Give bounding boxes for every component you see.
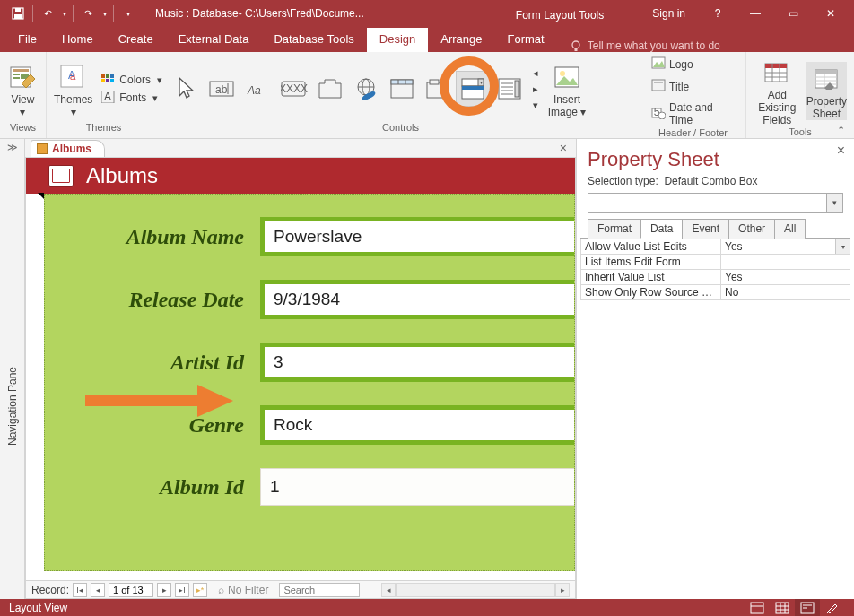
minimize-icon[interactable]: —: [737, 0, 773, 27]
date-time-button[interactable]: 5Date and Time: [648, 100, 738, 127]
button-control-icon[interactable]: XXXX: [276, 71, 312, 107]
property-sheet-close-icon[interactable]: ×: [837, 143, 845, 159]
navigation-control-icon[interactable]: [384, 71, 420, 107]
property-tab-data[interactable]: Data: [640, 219, 683, 239]
property-tab-format[interactable]: Format: [588, 219, 641, 239]
controls-row-prev-icon[interactable]: ◂: [531, 65, 540, 81]
object-selector-dropdown[interactable]: ▾: [588, 193, 843, 213]
title-bar: ↶ ▾ ↷ ▾ ▾ Music : Database- C:\Users\Fre…: [0, 0, 854, 27]
title-button[interactable]: Title: [648, 78, 738, 95]
option-group-control-icon[interactable]: [420, 71, 456, 107]
controls-row-next-icon[interactable]: ▸: [531, 82, 540, 97]
open-shutter-icon[interactable]: ≫: [0, 139, 24, 156]
scroll-track[interactable]: [396, 583, 555, 597]
tab-format[interactable]: Format: [495, 28, 557, 52]
design-view-icon[interactable]: [820, 599, 845, 616]
scroll-left-icon[interactable]: ◂: [381, 583, 396, 597]
document-tab-albums[interactable]: Albums: [30, 140, 105, 157]
svg-rect-51: [652, 80, 665, 91]
filter-icon[interactable]: ⌕: [218, 584, 224, 596]
svg-rect-47: [515, 81, 519, 97]
property-name[interactable]: Inherit Value List: [581, 270, 721, 285]
sign-in-link[interactable]: Sign in: [640, 7, 698, 20]
tab-control-icon[interactable]: [312, 71, 348, 107]
controls-more-icon[interactable]: ▾: [531, 98, 540, 113]
record-position-input[interactable]: [109, 583, 153, 597]
tab-create[interactable]: Create: [106, 28, 166, 52]
collapse-ribbon-icon[interactable]: ⌃: [837, 125, 845, 136]
qat-customize-icon[interactable]: ▾: [118, 3, 139, 24]
group-themes-label: Themes: [54, 122, 153, 138]
property-value[interactable]: [721, 255, 850, 270]
tab-home[interactable]: Home: [49, 28, 106, 52]
property-name[interactable]: Show Only Row Source Values: [581, 285, 721, 300]
scroll-right-icon[interactable]: ▸: [555, 583, 570, 597]
search-input[interactable]: [279, 583, 360, 597]
horizontal-scrollbar[interactable]: ◂ ▸: [381, 583, 570, 597]
property-name[interactable]: Allow Value List Edits: [581, 239, 721, 255]
property-tab-event[interactable]: Event: [682, 219, 729, 239]
close-tab-icon[interactable]: ×: [560, 141, 567, 155]
save-icon[interactable]: [7, 3, 29, 24]
tell-me-box[interactable]: Tell me what you want to do: [557, 39, 854, 52]
svg-rect-1: [14, 14, 22, 19]
vertical-ruler: [26, 194, 42, 571]
tab-file[interactable]: File: [5, 28, 49, 52]
maximize-icon[interactable]: ▭: [775, 0, 811, 27]
first-record-icon[interactable]: I◂: [73, 583, 87, 597]
tab-arrange[interactable]: Arrange: [428, 28, 494, 52]
form-view-icon[interactable]: [745, 599, 770, 616]
textbox-control-icon[interactable]: ab: [205, 71, 240, 107]
property-tab-other[interactable]: Other: [728, 219, 775, 239]
field-album-name[interactable]: Powerslave: [260, 217, 574, 256]
combo-box-control-icon[interactable]: [456, 71, 492, 107]
label-control-icon[interactable]: Aa: [240, 71, 276, 107]
navigation-pane-shutter[interactable]: ≫ Navigation Pane: [0, 139, 25, 599]
list-box-control-icon[interactable]: [492, 71, 527, 107]
menu-bar: File Home Create External Data Database …: [0, 27, 854, 52]
property-value[interactable]: Yes▾: [721, 239, 850, 255]
undo-dropdown-icon[interactable]: ▾: [60, 3, 69, 24]
window-title: Music : Database- C:\Users\Fred\Docume..…: [146, 7, 480, 20]
view-button[interactable]: View▾: [7, 60, 39, 118]
help-icon[interactable]: ?: [700, 0, 736, 27]
property-value[interactable]: Yes: [721, 270, 850, 285]
form-body[interactable]: Album Name Powerslave Release Date 9/3/1…: [44, 194, 575, 571]
last-record-icon[interactable]: ▸I: [175, 583, 189, 597]
property-name[interactable]: List Items Edit Form: [581, 255, 721, 270]
datasheet-view-icon[interactable]: [770, 599, 795, 616]
prev-record-icon[interactable]: ◂: [91, 583, 105, 597]
colors-button[interactable]: Colors ▾: [98, 72, 166, 89]
svg-rect-13: [101, 74, 105, 78]
tab-design[interactable]: Design: [367, 28, 428, 52]
hyperlink-control-icon[interactable]: [348, 71, 384, 107]
logo-button[interactable]: Logo: [648, 56, 738, 73]
field-release-date[interactable]: 9/3/1984: [260, 280, 574, 319]
tab-database-tools[interactable]: Database Tools: [261, 28, 366, 52]
redo-dropdown-icon[interactable]: ▾: [100, 3, 109, 24]
form-icon: [37, 143, 48, 154]
select-control-icon[interactable]: [169, 71, 205, 107]
record-selector-icon[interactable]: [38, 193, 44, 199]
themes-button[interactable]: Aa Themes▾: [54, 60, 92, 118]
close-icon[interactable]: ✕: [813, 0, 849, 27]
property-tab-all[interactable]: All: [774, 219, 806, 239]
fonts-button[interactable]: A Fonts ▾: [98, 90, 166, 107]
property-sheet-button[interactable]: Property Sheet: [806, 62, 847, 120]
redo-icon[interactable]: ↷: [77, 3, 99, 24]
undo-icon[interactable]: ↶: [37, 3, 58, 24]
chevron-down-icon[interactable]: ▾: [835, 239, 850, 254]
add-existing-fields-button[interactable]: Add Existing Fields: [754, 56, 801, 126]
field-album-id[interactable]: 1: [260, 468, 574, 506]
tab-external-data[interactable]: External Data: [166, 28, 262, 52]
insert-image-button[interactable]: Insert Image ▾: [545, 60, 588, 118]
svg-rect-2: [15, 8, 21, 12]
field-genre[interactable]: Rock: [260, 405, 574, 445]
property-value[interactable]: No: [721, 285, 850, 300]
svg-rect-6: [13, 69, 29, 72]
new-record-icon[interactable]: ▸*: [193, 583, 207, 597]
layout-view-status-icon[interactable]: [795, 599, 820, 616]
next-record-icon[interactable]: ▸: [157, 583, 171, 597]
chevron-down-icon[interactable]: ▾: [826, 194, 842, 212]
field-artist-id[interactable]: 3: [260, 343, 574, 382]
